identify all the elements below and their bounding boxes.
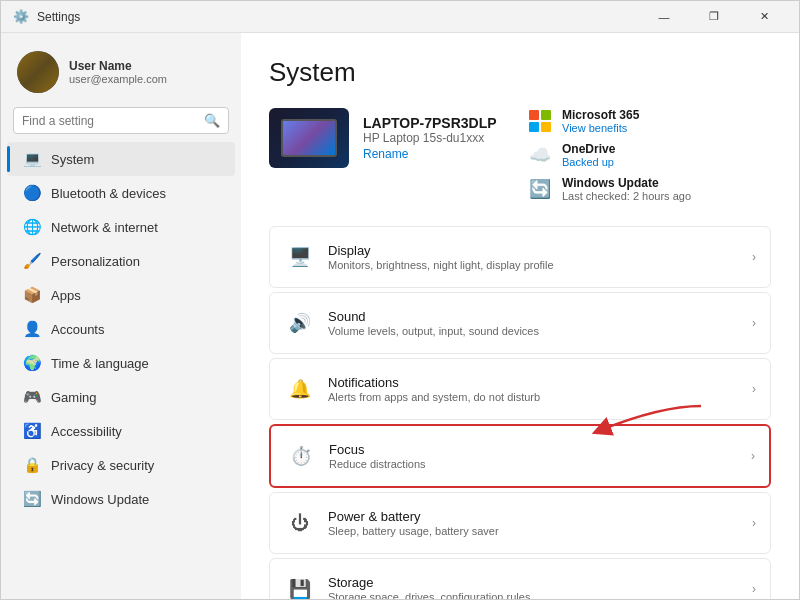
close-button[interactable]: ✕: [741, 1, 787, 33]
sidebar-label-network: Network & internet: [51, 220, 158, 235]
notifications-chevron: ›: [752, 382, 756, 396]
display-desc: Monitors, brightness, night light, displ…: [328, 259, 752, 271]
search-box[interactable]: 🔍: [13, 107, 229, 134]
sidebar-item-system[interactable]: 💻 System: [7, 142, 235, 176]
sidebar-item-time[interactable]: 🌍 Time & language: [7, 346, 235, 380]
sidebar-item-gaming[interactable]: 🎮 Gaming: [7, 380, 235, 414]
time-icon: 🌍: [23, 354, 41, 372]
power-title: Power & battery: [328, 509, 752, 524]
sidebar-label-gaming: Gaming: [51, 390, 97, 405]
sidebar-label-bluetooth: Bluetooth & devices: [51, 186, 166, 201]
focus-desc: Reduce distractions: [329, 458, 751, 470]
personalization-icon: 🖌️: [23, 252, 41, 270]
user-profile[interactable]: User Name user@example.com: [1, 41, 241, 107]
sidebar-item-accessibility[interactable]: ♿ Accessibility: [7, 414, 235, 448]
sidebar-label-update: Windows Update: [51, 492, 149, 507]
sidebar-item-network[interactable]: 🌐 Network & internet: [7, 210, 235, 244]
winupdate-info: Windows Update Last checked: 2 hours ago: [562, 176, 691, 202]
storage-icon: 💾: [284, 573, 316, 599]
sidebar-label-accounts: Accounts: [51, 322, 104, 337]
winupdate-status: Last checked: 2 hours ago: [562, 190, 691, 202]
ms365-name: Microsoft 365: [562, 108, 639, 122]
system-icon: 💻: [23, 150, 41, 168]
privacy-icon: 🔒: [23, 456, 41, 474]
sidebar-item-privacy[interactable]: 🔒 Privacy & security: [7, 448, 235, 482]
sidebar-label-apps: Apps: [51, 288, 81, 303]
settings-item-display[interactable]: 🖥️ Display Monitors, brightness, night l…: [269, 226, 771, 288]
notifications-content: Notifications Alerts from apps and syste…: [328, 375, 752, 403]
accessibility-icon: ♿: [23, 422, 41, 440]
sidebar-item-apps[interactable]: 📦 Apps: [7, 278, 235, 312]
sidebar-label-accessibility: Accessibility: [51, 424, 122, 439]
sidebar-item-accounts[interactable]: 👤 Accounts: [7, 312, 235, 346]
user-info: User Name user@example.com: [69, 59, 167, 85]
ms365-status[interactable]: View benefits: [562, 122, 639, 134]
device-thumbnail: [269, 108, 349, 168]
service-item-onedrive: ☁️ OneDrive Backed up: [528, 142, 771, 168]
main-content: System LAPTOP-7PSR3DLP HP Laptop 15s-du1…: [241, 33, 799, 599]
service-item-winupdate: 🔄 Windows Update Last checked: 2 hours a…: [528, 176, 771, 202]
bluetooth-icon: 🔵: [23, 184, 41, 202]
storage-content: Storage Storage space, drives, configura…: [328, 575, 752, 599]
display-icon: 🖥️: [284, 241, 316, 273]
notifications-desc: Alerts from apps and system, do not dist…: [328, 391, 752, 403]
onedrive-icon: ☁️: [528, 143, 552, 167]
search-input[interactable]: [22, 114, 198, 128]
power-desc: Sleep, battery usage, battery saver: [328, 525, 752, 537]
sound-chevron: ›: [752, 316, 756, 330]
focus-chevron: ›: [751, 449, 755, 463]
update-icon: 🔄: [23, 490, 41, 508]
network-icon: 🌐: [23, 218, 41, 236]
settings-item-sound[interactable]: 🔊 Sound Volume levels, output, input, so…: [269, 292, 771, 354]
page-title: System: [269, 57, 771, 88]
display-title: Display: [328, 243, 752, 258]
nav-menu: 💻 System 🔵 Bluetooth & devices 🌐 Network…: [1, 142, 241, 516]
device-rename-link[interactable]: Rename: [363, 147, 497, 161]
ms365-icon: [528, 109, 552, 133]
display-chevron: ›: [752, 250, 756, 264]
gaming-icon: 🎮: [23, 388, 41, 406]
sidebar-label-time: Time & language: [51, 356, 149, 371]
settings-item-focus[interactable]: ⏱️ Focus Reduce distractions ›: [269, 424, 771, 488]
storage-title: Storage: [328, 575, 752, 590]
apps-icon: 📦: [23, 286, 41, 304]
settings-item-power[interactable]: ⏻ Power & battery Sleep, battery usage, …: [269, 492, 771, 554]
settings-item-notifications[interactable]: 🔔 Notifications Alerts from apps and sys…: [269, 358, 771, 420]
focus-item-wrapper: ⏱️ Focus Reduce distractions ›: [269, 424, 771, 492]
sidebar-label-system: System: [51, 152, 94, 167]
avatar-image: [17, 51, 59, 93]
search-icon: 🔍: [204, 113, 220, 128]
sidebar-item-bluetooth[interactable]: 🔵 Bluetooth & devices: [7, 176, 235, 210]
power-content: Power & battery Sleep, battery usage, ba…: [328, 509, 752, 537]
app-icon: ⚙️: [13, 9, 29, 24]
device-card: LAPTOP-7PSR3DLP HP Laptop 15s-du1xxx Ren…: [269, 108, 512, 168]
settings-item-storage[interactable]: 💾 Storage Storage space, drives, configu…: [269, 558, 771, 599]
window-title: Settings: [37, 10, 80, 24]
avatar: [17, 51, 59, 93]
device-info: LAPTOP-7PSR3DLP HP Laptop 15s-du1xxx Ren…: [363, 115, 497, 161]
user-email: user@example.com: [69, 73, 167, 85]
title-bar-left: ⚙️ Settings: [13, 9, 80, 24]
onedrive-status[interactable]: Backed up: [562, 156, 615, 168]
title-bar: ⚙️ Settings — ❐ ✕: [1, 1, 799, 33]
minimize-button[interactable]: —: [641, 1, 687, 33]
storage-desc: Storage space, drives, configuration rul…: [328, 591, 752, 599]
winupdate-icon: 🔄: [528, 177, 552, 201]
sidebar-label-personalization: Personalization: [51, 254, 140, 269]
title-bar-controls: — ❐ ✕: [641, 1, 787, 33]
onedrive-name: OneDrive: [562, 142, 615, 156]
laptop-screen: [281, 119, 337, 157]
ms365-info: Microsoft 365 View benefits: [562, 108, 639, 134]
focus-content: Focus Reduce distractions: [329, 442, 751, 470]
power-icon: ⏻: [284, 507, 316, 539]
sidebar-item-personalization[interactable]: 🖌️ Personalization: [7, 244, 235, 278]
sound-title: Sound: [328, 309, 752, 324]
settings-list: 🖥️ Display Monitors, brightness, night l…: [269, 226, 771, 599]
content-area: User Name user@example.com 🔍 💻 System 🔵 …: [1, 33, 799, 599]
settings-window: ⚙️ Settings — ❐ ✕ User Name user@example…: [0, 0, 800, 600]
maximize-button[interactable]: ❐: [691, 1, 737, 33]
notifications-title: Notifications: [328, 375, 752, 390]
top-cards: LAPTOP-7PSR3DLP HP Laptop 15s-du1xxx Ren…: [269, 108, 771, 202]
sound-content: Sound Volume levels, output, input, soun…: [328, 309, 752, 337]
sidebar-item-update[interactable]: 🔄 Windows Update: [7, 482, 235, 516]
